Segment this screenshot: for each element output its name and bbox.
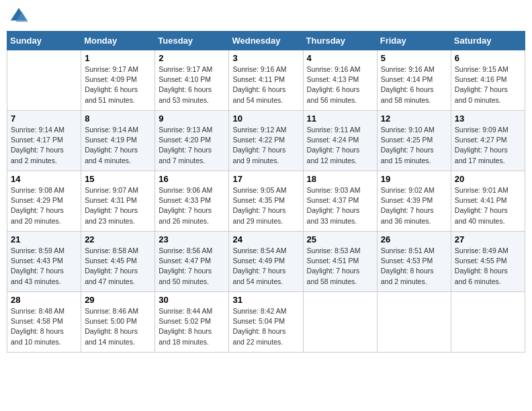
day-detail: Sunrise: 8:56 AMSunset: 4:47 PMDaylight:… <box>159 246 225 287</box>
calendar-cell: 18Sunrise: 9:03 AMSunset: 4:37 PMDayligh… <box>303 171 377 232</box>
day-detail: Sunrise: 9:17 AMSunset: 4:10 PMDaylight:… <box>159 64 225 105</box>
day-number: 8 <box>85 113 151 124</box>
daylight-hours: Daylight: 7 hours and 54 minutes. <box>232 267 285 285</box>
daylight-hours: Daylight: 8 hours and 6 minutes. <box>455 267 508 285</box>
sunset-time: Sunset: 4:29 PM <box>11 196 63 204</box>
sunset-time: Sunset: 4:35 PM <box>232 196 285 204</box>
calendar-cell: 31Sunrise: 8:42 AMSunset: 5:04 PMDayligh… <box>229 292 303 353</box>
sunset-time: Sunset: 4:27 PM <box>455 136 507 144</box>
day-number: 24 <box>232 234 299 244</box>
day-number: 22 <box>85 234 151 244</box>
daylight-hours: Daylight: 7 hours and 15 minutes. <box>381 146 434 164</box>
daylight-hours: Daylight: 7 hours and 0 minutes. <box>455 85 508 103</box>
day-detail: Sunrise: 9:07 AMSunset: 4:31 PMDaylight:… <box>85 185 151 226</box>
sunrise-time: Sunrise: 8:59 AM <box>11 246 64 255</box>
column-header-monday: Monday <box>81 32 155 50</box>
day-number: 4 <box>307 53 373 63</box>
day-detail: Sunrise: 9:15 AMSunset: 4:16 PMDaylight:… <box>455 64 521 105</box>
day-detail: Sunrise: 9:02 AMSunset: 4:39 PMDaylight:… <box>381 185 447 226</box>
calendar-cell <box>7 50 81 111</box>
sunrise-time: Sunrise: 9:17 AM <box>85 65 138 73</box>
calendar-table: SundayMondayTuesdayWednesdayThursdayFrid… <box>7 31 525 353</box>
logo-icon <box>9 7 28 26</box>
sunset-time: Sunset: 4:43 PM <box>11 257 63 265</box>
calendar-cell: 28Sunrise: 8:48 AMSunset: 4:58 PMDayligh… <box>7 292 81 353</box>
column-header-wednesday: Wednesday <box>229 32 303 50</box>
calendar-cell <box>377 292 451 353</box>
sunrise-time: Sunrise: 9:14 AM <box>85 126 138 134</box>
calendar-cell: 27Sunrise: 8:49 AMSunset: 4:55 PMDayligh… <box>451 232 525 292</box>
sunset-time: Sunset: 4:51 PM <box>307 257 359 265</box>
daylight-hours: Daylight: 7 hours and 29 minutes. <box>232 206 285 224</box>
daylight-hours: Daylight: 8 hours and 10 minutes. <box>11 327 64 345</box>
day-number: 31 <box>232 295 299 305</box>
daylight-hours: Daylight: 7 hours and 17 minutes. <box>455 146 508 164</box>
sunrise-time: Sunrise: 9:09 AM <box>455 126 508 134</box>
sunrise-time: Sunrise: 9:16 AM <box>307 65 361 73</box>
day-number: 18 <box>307 174 373 184</box>
sunset-time: Sunset: 4:13 PM <box>307 75 359 83</box>
day-detail: Sunrise: 9:17 AMSunset: 4:09 PMDaylight:… <box>85 64 151 105</box>
sunrise-time: Sunrise: 8:46 AM <box>85 307 138 315</box>
day-number: 1 <box>85 53 151 63</box>
day-number: 2 <box>159 53 225 63</box>
calendar-cell: 6Sunrise: 9:15 AMSunset: 4:16 PMDaylight… <box>451 50 525 111</box>
column-header-saturday: Saturday <box>451 32 525 50</box>
day-number: 7 <box>11 113 77 124</box>
sunrise-time: Sunrise: 8:48 AM <box>11 307 64 315</box>
daylight-hours: Daylight: 6 hours and 53 minutes. <box>159 85 212 103</box>
sunrise-time: Sunrise: 9:13 AM <box>159 126 212 134</box>
sunrise-time: Sunrise: 8:53 AM <box>307 246 361 255</box>
calendar-cell: 2Sunrise: 9:17 AMSunset: 4:10 PMDaylight… <box>155 50 229 111</box>
day-detail: Sunrise: 9:10 AMSunset: 4:25 PMDaylight:… <box>381 125 447 166</box>
sunset-time: Sunset: 4:49 PM <box>232 257 285 265</box>
sunset-time: Sunset: 4:39 PM <box>381 196 433 204</box>
day-detail: Sunrise: 8:54 AMSunset: 4:49 PMDaylight:… <box>232 246 299 287</box>
day-number: 19 <box>381 174 447 184</box>
daylight-hours: Daylight: 8 hours and 2 minutes. <box>381 267 434 285</box>
calendar-cell: 1Sunrise: 9:17 AMSunset: 4:09 PMDaylight… <box>81 50 155 111</box>
sunset-time: Sunset: 4:17 PM <box>11 136 63 144</box>
calendar-week-row: 1Sunrise: 9:17 AMSunset: 4:09 PMDaylight… <box>7 50 525 111</box>
sunset-time: Sunset: 4:33 PM <box>159 196 211 204</box>
daylight-hours: Daylight: 7 hours and 20 minutes. <box>11 206 64 224</box>
calendar-week-row: 28Sunrise: 8:48 AMSunset: 4:58 PMDayligh… <box>7 292 525 353</box>
day-number: 21 <box>11 234 77 244</box>
sunset-time: Sunset: 4:20 PM <box>159 136 211 144</box>
sunset-time: Sunset: 5:04 PM <box>232 317 285 325</box>
day-number: 14 <box>11 174 77 184</box>
daylight-hours: Daylight: 7 hours and 7 minutes. <box>159 146 212 164</box>
sunset-time: Sunset: 4:55 PM <box>455 257 507 265</box>
day-number: 29 <box>85 295 151 305</box>
column-header-thursday: Thursday <box>303 32 377 50</box>
day-detail: Sunrise: 8:42 AMSunset: 5:04 PMDaylight:… <box>232 306 299 347</box>
day-number: 26 <box>381 234 447 244</box>
sunset-time: Sunset: 5:00 PM <box>85 317 137 325</box>
column-header-tuesday: Tuesday <box>155 32 229 50</box>
calendar-cell: 8Sunrise: 9:14 AMSunset: 4:19 PMDaylight… <box>81 111 155 171</box>
day-number: 27 <box>455 234 521 244</box>
day-detail: Sunrise: 9:14 AMSunset: 4:19 PMDaylight:… <box>85 125 151 166</box>
calendar-cell: 7Sunrise: 9:14 AMSunset: 4:17 PMDaylight… <box>7 111 81 171</box>
sunset-time: Sunset: 4:25 PM <box>381 136 433 144</box>
daylight-hours: Daylight: 6 hours and 54 minutes. <box>232 85 285 103</box>
daylight-hours: Daylight: 6 hours and 56 minutes. <box>307 85 360 103</box>
sunrise-time: Sunrise: 8:54 AM <box>232 246 286 255</box>
daylight-hours: Daylight: 8 hours and 22 minutes. <box>232 327 285 345</box>
calendar-cell: 13Sunrise: 9:09 AMSunset: 4:27 PMDayligh… <box>451 111 525 171</box>
daylight-hours: Daylight: 7 hours and 26 minutes. <box>159 206 212 224</box>
column-header-sunday: Sunday <box>7 32 81 50</box>
calendar-cell: 20Sunrise: 9:01 AMSunset: 4:41 PMDayligh… <box>451 171 525 232</box>
day-number: 9 <box>159 113 225 124</box>
calendar-cell: 16Sunrise: 9:06 AMSunset: 4:33 PMDayligh… <box>155 171 229 232</box>
calendar-cell: 21Sunrise: 8:59 AMSunset: 4:43 PMDayligh… <box>7 232 81 292</box>
sunset-time: Sunset: 4:53 PM <box>381 257 433 265</box>
calendar-cell: 11Sunrise: 9:11 AMSunset: 4:24 PMDayligh… <box>303 111 377 171</box>
day-detail: Sunrise: 9:16 AMSunset: 4:11 PMDaylight:… <box>232 64 299 105</box>
day-number: 16 <box>159 174 225 184</box>
day-detail: Sunrise: 9:13 AMSunset: 4:20 PMDaylight:… <box>159 125 225 166</box>
day-number: 6 <box>455 53 521 63</box>
daylight-hours: Daylight: 7 hours and 47 minutes. <box>85 267 138 285</box>
day-detail: Sunrise: 8:59 AMSunset: 4:43 PMDaylight:… <box>11 246 77 287</box>
calendar-week-row: 7Sunrise: 9:14 AMSunset: 4:17 PMDaylight… <box>7 111 525 171</box>
